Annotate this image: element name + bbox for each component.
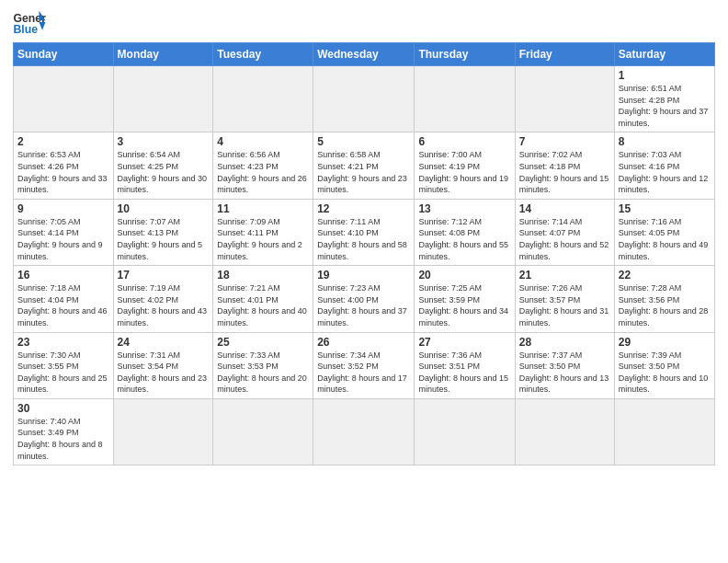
day-number: 6 [418,135,510,148]
day-info: Sunrise: 7:34 AM Sunset: 3:52 PM Dayligh… [317,350,410,396]
day-info: Sunrise: 7:16 AM Sunset: 4:05 PM Dayligh… [619,216,711,262]
day-info: Sunrise: 7:30 AM Sunset: 3:55 PM Dayligh… [17,350,109,396]
day-info: Sunrise: 7:31 AM Sunset: 3:54 PM Dayligh… [118,350,210,396]
calendar-cell: 15Sunrise: 7:16 AM Sunset: 4:05 PM Dayli… [614,199,714,265]
calendar-table: SundayMondayTuesdayWednesdayThursdayFrid… [13,42,715,465]
calendar-week-row-4: 23Sunrise: 7:30 AM Sunset: 3:55 PM Dayli… [14,332,715,398]
day-number: 19 [317,269,410,282]
calendar-cell: 22Sunrise: 7:28 AM Sunset: 3:56 PM Dayli… [614,266,714,332]
weekday-header-tuesday: Tuesday [213,43,313,66]
calendar-cell: 4Sunrise: 6:56 AM Sunset: 4:23 PM Daylig… [213,132,313,199]
calendar-cell [415,66,515,132]
calendar-cell [515,66,614,132]
day-number: 15 [619,202,711,215]
day-info: Sunrise: 7:02 AM Sunset: 4:18 PM Dayligh… [519,149,610,195]
calendar-cell [213,398,313,465]
day-number: 16 [17,269,109,282]
calendar-cell: 19Sunrise: 7:23 AM Sunset: 4:00 PM Dayli… [313,266,415,332]
day-number: 11 [217,202,309,215]
day-info: Sunrise: 6:56 AM Sunset: 4:23 PM Dayligh… [217,149,309,195]
logo: General Blue [13,9,46,35]
calendar-cell: 29Sunrise: 7:39 AM Sunset: 3:50 PM Dayli… [614,332,714,398]
calendar-cell: 16Sunrise: 7:18 AM Sunset: 4:04 PM Dayli… [14,266,114,332]
calendar-cell: 17Sunrise: 7:19 AM Sunset: 4:02 PM Dayli… [113,266,213,332]
day-info: Sunrise: 6:51 AM Sunset: 4:28 PM Dayligh… [619,83,711,129]
calendar-cell: 14Sunrise: 7:14 AM Sunset: 4:07 PM Dayli… [515,199,614,265]
calendar-cell: 8Sunrise: 7:03 AM Sunset: 4:16 PM Daylig… [614,132,714,199]
calendar-cell: 27Sunrise: 7:36 AM Sunset: 3:51 PM Dayli… [415,332,515,398]
calendar-cell: 11Sunrise: 7:09 AM Sunset: 4:11 PM Dayli… [213,199,313,265]
calendar-cell: 3Sunrise: 6:54 AM Sunset: 4:25 PM Daylig… [113,132,213,199]
weekday-header-monday: Monday [113,43,213,66]
calendar-week-row-1: 2Sunrise: 6:53 AM Sunset: 4:26 PM Daylig… [14,132,715,199]
day-number: 21 [519,269,610,282]
calendar-cell [213,66,313,132]
day-info: Sunrise: 6:53 AM Sunset: 4:26 PM Dayligh… [17,149,109,195]
day-number: 3 [118,135,210,148]
calendar-cell: 21Sunrise: 7:26 AM Sunset: 3:57 PM Dayli… [515,266,614,332]
calendar-cell: 13Sunrise: 7:12 AM Sunset: 4:08 PM Dayli… [415,199,515,265]
calendar-cell [415,398,515,465]
day-number: 14 [519,202,610,215]
day-number: 27 [418,336,510,349]
day-info: Sunrise: 7:33 AM Sunset: 3:53 PM Dayligh… [217,350,309,396]
calendar-cell: 30Sunrise: 7:40 AM Sunset: 3:49 PM Dayli… [14,398,114,465]
calendar-week-row-2: 9Sunrise: 7:05 AM Sunset: 4:14 PM Daylig… [14,199,715,265]
day-number: 28 [519,336,610,349]
calendar-cell: 28Sunrise: 7:37 AM Sunset: 3:50 PM Dayli… [515,332,614,398]
svg-text:Blue: Blue [14,23,39,35]
calendar-cell: 10Sunrise: 7:07 AM Sunset: 4:13 PM Dayli… [113,199,213,265]
calendar-cell: 26Sunrise: 7:34 AM Sunset: 3:52 PM Dayli… [313,332,415,398]
calendar-cell: 24Sunrise: 7:31 AM Sunset: 3:54 PM Dayli… [113,332,213,398]
calendar-cell: 7Sunrise: 7:02 AM Sunset: 4:18 PM Daylig… [515,132,614,199]
day-number: 20 [418,269,510,282]
day-number: 1 [619,69,711,82]
page: General Blue SundayMondayTuesdayWednesda… [0,0,728,563]
day-info: Sunrise: 7:12 AM Sunset: 4:08 PM Dayligh… [418,216,510,262]
day-info: Sunrise: 7:26 AM Sunset: 3:57 PM Dayligh… [519,282,610,328]
svg-marker-3 [40,22,46,30]
day-info: Sunrise: 6:54 AM Sunset: 4:25 PM Dayligh… [118,149,210,195]
day-number: 30 [17,402,109,415]
calendar-cell: 6Sunrise: 7:00 AM Sunset: 4:19 PM Daylig… [415,132,515,199]
day-number: 9 [17,202,109,215]
day-info: Sunrise: 7:40 AM Sunset: 3:49 PM Dayligh… [17,416,109,462]
calendar-cell [313,66,415,132]
day-number: 13 [418,202,510,215]
calendar-cell: 23Sunrise: 7:30 AM Sunset: 3:55 PM Dayli… [14,332,114,398]
day-info: Sunrise: 7:11 AM Sunset: 4:10 PM Dayligh… [317,216,410,262]
calendar-cell: 25Sunrise: 7:33 AM Sunset: 3:53 PM Dayli… [213,332,313,398]
calendar-cell: 20Sunrise: 7:25 AM Sunset: 3:59 PM Dayli… [415,266,515,332]
weekday-header-saturday: Saturday [614,43,714,66]
day-number: 17 [118,269,210,282]
day-number: 5 [317,135,410,148]
weekday-header-sunday: Sunday [14,43,114,66]
weekday-header-wednesday: Wednesday [313,43,415,66]
day-number: 2 [17,135,109,148]
day-info: Sunrise: 6:58 AM Sunset: 4:21 PM Dayligh… [317,149,410,195]
day-info: Sunrise: 7:39 AM Sunset: 3:50 PM Dayligh… [619,350,711,396]
day-number: 26 [317,336,410,349]
logo-icon: General Blue [13,9,46,35]
day-number: 23 [17,336,109,349]
calendar-cell: 5Sunrise: 6:58 AM Sunset: 4:21 PM Daylig… [313,132,415,199]
day-info: Sunrise: 7:09 AM Sunset: 4:11 PM Dayligh… [217,216,309,262]
day-number: 10 [118,202,210,215]
day-number: 4 [217,135,309,148]
day-number: 7 [519,135,610,148]
day-number: 18 [217,269,309,282]
day-info: Sunrise: 7:21 AM Sunset: 4:01 PM Dayligh… [217,282,309,328]
weekday-header-thursday: Thursday [415,43,515,66]
calendar-cell [14,66,114,132]
day-info: Sunrise: 7:37 AM Sunset: 3:50 PM Dayligh… [519,350,610,396]
day-number: 12 [317,202,410,215]
day-number: 25 [217,336,309,349]
calendar-cell [313,398,415,465]
day-number: 24 [118,336,210,349]
calendar-cell: 12Sunrise: 7:11 AM Sunset: 4:10 PM Dayli… [313,199,415,265]
day-info: Sunrise: 7:25 AM Sunset: 3:59 PM Dayligh… [418,282,510,328]
calendar-cell [515,398,614,465]
calendar-cell: 9Sunrise: 7:05 AM Sunset: 4:14 PM Daylig… [14,199,114,265]
day-number: 22 [619,269,711,282]
calendar-cell: 18Sunrise: 7:21 AM Sunset: 4:01 PM Dayli… [213,266,313,332]
